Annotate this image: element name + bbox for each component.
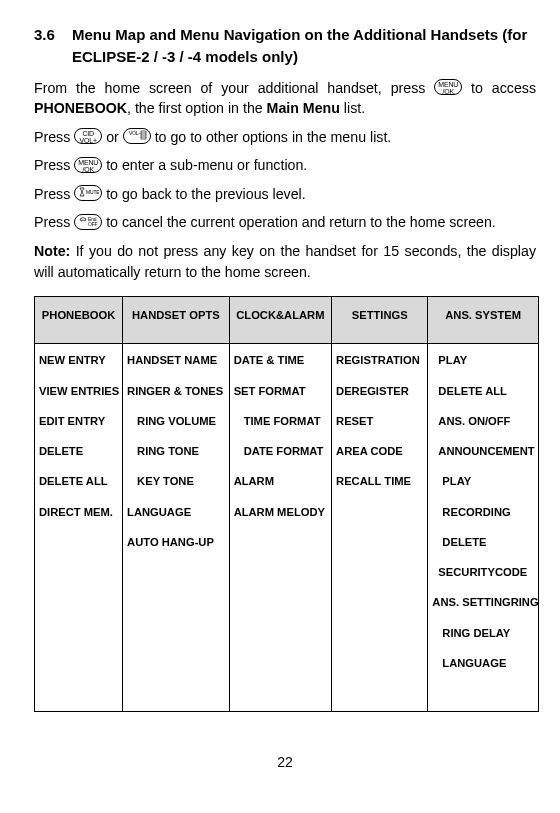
- menu-item: DELETE: [39, 443, 118, 459]
- svg-text:OFF: OFF: [88, 221, 98, 227]
- phonebook-label: PHONEBOOK: [34, 100, 127, 116]
- menu-item: HANDSET NAME: [127, 352, 225, 368]
- menu-item: EDIT ENTRY: [39, 413, 118, 429]
- vol-down-key-icon: VOL−: [123, 128, 151, 144]
- note-label: Note:: [34, 243, 70, 259]
- menu-item: DEREGISTER: [336, 383, 423, 399]
- menu-item: PLAY: [432, 473, 534, 489]
- page-number: 22: [34, 752, 536, 772]
- vol-up-key-icon: CIDVOL+: [74, 128, 102, 144]
- instruction-1: From the home screen of your additional …: [34, 78, 536, 119]
- table-cell: DATE & TIMESET FORMATTIME FORMATDATE FOR…: [229, 344, 331, 712]
- menu-item: KEY TONE: [127, 473, 225, 489]
- menu-item: RINGER & TONES: [127, 383, 225, 399]
- col-header: CLOCK&ALARM: [229, 297, 331, 344]
- menu-item: ANS. ON/OFF: [432, 413, 534, 429]
- menu-item: REGISTRATION: [336, 352, 423, 368]
- mute-key-icon: MUTE: [74, 185, 102, 201]
- menu-item: ANS. SETTINGRING: [432, 594, 534, 610]
- menu-item: AUTO HANG-UP: [127, 534, 225, 550]
- menu-item: DELETE ALL: [39, 473, 118, 489]
- table-cell: PLAYDELETE ALLANS. ON/OFFANNOUNCEMENTPLA…: [428, 344, 539, 712]
- menu-item: AREA CODE: [336, 443, 423, 459]
- menu-ok-key-icon-2: MENU/OK: [74, 157, 102, 173]
- menu-item: RING VOLUME: [127, 413, 225, 429]
- svg-text:MUTE: MUTE: [86, 189, 99, 195]
- menu-item: DELETE: [432, 534, 534, 550]
- col-header: HANDSET OPTS: [123, 297, 230, 344]
- menu-item: DATE FORMAT: [234, 443, 327, 459]
- col-header: PHONEBOOK: [35, 297, 123, 344]
- col-header: ANS. SYSTEM: [428, 297, 539, 344]
- menu-item: RECORDING: [432, 504, 534, 520]
- note-paragraph: Note: If you do not press any key on the…: [34, 241, 536, 282]
- menu-ok-key-icon: MENU/OK: [434, 79, 462, 95]
- table-cell: REGISTRATIONDEREGISTERRESETAREA CODERECA…: [332, 344, 428, 712]
- menu-item: RECALL TIME: [336, 473, 423, 489]
- menu-item: RING TONE: [127, 443, 225, 459]
- section-title: Menu Map and Menu Navigation on the Addi…: [72, 24, 536, 68]
- menu-item: ANNOUNCEMENT: [432, 443, 534, 459]
- instruction-5: Press EndOFF to cancel the current opera…: [34, 212, 536, 233]
- menu-item: SECURITYCODE: [432, 564, 534, 580]
- menu-item: DELETE ALL: [432, 383, 534, 399]
- menu-item: LANGUAGE: [127, 504, 225, 520]
- menu-item: NEW ENTRY: [39, 352, 118, 368]
- menu-item: ALARM: [234, 473, 327, 489]
- mainmenu-label: Main Menu: [267, 100, 340, 116]
- menu-item: RING DELAY: [432, 625, 534, 641]
- instruction-3: Press MENU/OK to enter a sub-menu or fun…: [34, 155, 536, 176]
- svg-text:VOL−: VOL−: [129, 130, 141, 136]
- menu-item: TIME FORMAT: [234, 413, 327, 429]
- menu-item: RESET: [336, 413, 423, 429]
- instruction-2: Press CIDVOL+ or VOL− to go to other opt…: [34, 127, 536, 148]
- end-off-key-icon: EndOFF: [74, 214, 102, 230]
- section-heading: 3.6 Menu Map and Menu Navigation on the …: [34, 24, 536, 68]
- table-cell: NEW ENTRYVIEW ENTRIESEDIT ENTRYDELETEDEL…: [35, 344, 123, 712]
- menu-item: DATE & TIME: [234, 352, 327, 368]
- menu-item: SET FORMAT: [234, 383, 327, 399]
- menu-item: LANGUAGE: [432, 655, 534, 671]
- instruction-4: Press MUTE to go back to the previous le…: [34, 184, 536, 205]
- section-number: 3.6: [34, 24, 72, 68]
- menu-item: ALARM MELODY: [234, 504, 327, 520]
- menu-item: DIRECT MEM.: [39, 504, 118, 520]
- col-header: SETTINGS: [332, 297, 428, 344]
- menu-item: PLAY: [432, 352, 534, 368]
- table-header-row: PHONEBOOK HANDSET OPTS CLOCK&ALARM SETTI…: [35, 297, 539, 344]
- menu-item: VIEW ENTRIES: [39, 383, 118, 399]
- menu-map-table: PHONEBOOK HANDSET OPTS CLOCK&ALARM SETTI…: [34, 296, 539, 712]
- table-cell: HANDSET NAMERINGER & TONESRING VOLUMERIN…: [123, 344, 230, 712]
- table-body-row: NEW ENTRYVIEW ENTRIESEDIT ENTRYDELETEDEL…: [35, 344, 539, 712]
